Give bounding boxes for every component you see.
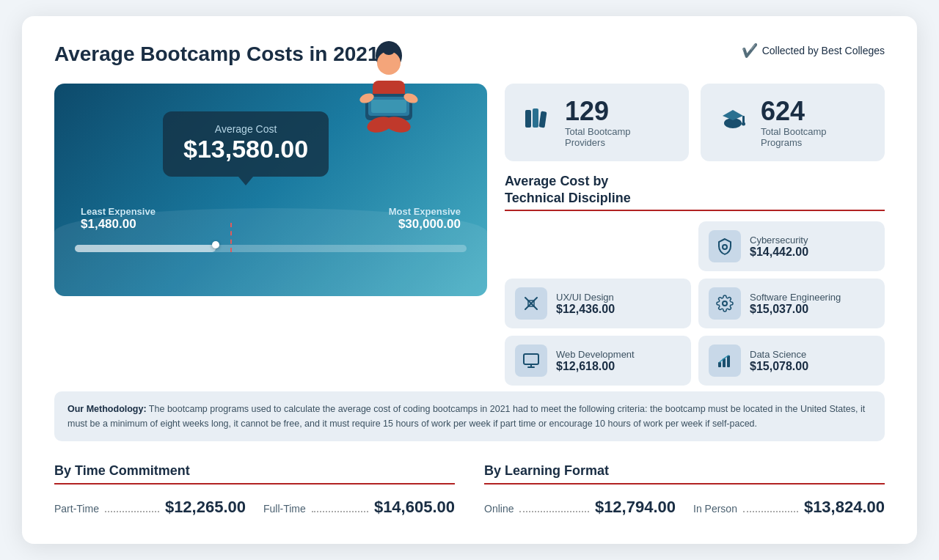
part-time-value: $12,265.00: [165, 498, 246, 517]
methodology-text: The bootcamp programs used to calculate …: [67, 404, 865, 429]
collected-by: ✔️ Collected by Best Colleges: [742, 43, 885, 59]
software-eng-info: Software Engineering $15,037.00: [750, 292, 841, 316]
monitor-icon: [515, 345, 547, 377]
uxui-cost: $12,436.00: [556, 303, 615, 316]
svg-rect-14: [539, 111, 547, 128]
cybersecurity-cost: $14,442.00: [750, 246, 808, 259]
main-title: Average Bootcamp Costs in 2021: [54, 43, 379, 66]
learning-format-title: By Learning Format: [484, 463, 885, 479]
learning-format-stats: Online $12,794.00 In Person $13,824.00: [484, 498, 885, 517]
software-eng-cost: $15,037.00: [750, 303, 841, 316]
hero-bottom: Least Expensive $1,480.00 Most Expensive…: [75, 206, 467, 232]
in-person-stat: In Person $13,824.00: [693, 498, 885, 517]
uxui-info: UX/UI Design $12,436.00: [556, 292, 615, 316]
full-time-stat: Full-Time $14,605.00: [263, 498, 455, 517]
providers-label: Total Bootcamp Providers: [565, 126, 673, 148]
full-time-value: $14,605.00: [374, 498, 455, 517]
header: Average Bootcamp Costs in 2021 ✔️ Collec…: [54, 43, 885, 66]
online-value: $12,794.00: [595, 498, 676, 517]
datascience-cost: $15,078.00: [750, 360, 808, 373]
time-commitment-title: By Time Commitment: [54, 463, 455, 479]
learning-format-col: By Learning Format Online $12,794.00 In …: [484, 463, 885, 517]
svg-point-3: [392, 45, 400, 53]
hero-slider: [75, 245, 467, 252]
datascience-name: Data Science: [750, 349, 808, 360]
time-commitment-stats: Part-Time $12,265.00 Full-Time $14,605.0…: [54, 498, 455, 517]
least-expensive-value: $1,480.00: [81, 217, 156, 232]
svg-rect-24: [524, 354, 538, 364]
right-col: 129 Total Bootcamp Providers: [505, 84, 885, 386]
svg-rect-12: [525, 110, 531, 128]
hero-slider-fill: [75, 245, 216, 252]
online-dots: [519, 511, 588, 512]
uxui-name: UX/UI Design: [556, 292, 615, 303]
part-time-dots: [105, 511, 159, 512]
svg-point-18: [742, 122, 745, 126]
methodology-box: Our Methodology: The bootcamp programs u…: [54, 391, 885, 441]
stat-cards-row: 129 Total Bootcamp Providers: [505, 84, 885, 161]
design-icon: [515, 287, 547, 320]
discipline-webdev: Web Development $12,618.00: [505, 336, 691, 386]
discipline-uxui: UX/UI Design $12,436.00: [505, 279, 691, 328]
avg-cost-box: Average Cost $13,580.00: [163, 111, 329, 177]
collected-by-label: Collected by Best Colleges: [762, 45, 885, 56]
graduation-icon: [717, 103, 749, 141]
hero-slider-dot: [212, 241, 219, 248]
most-expensive-stat: Most Expensive $30,000.00: [389, 206, 461, 232]
gear-icon: [709, 287, 741, 320]
discipline-datascience: Data Science $15,078.00: [698, 336, 885, 386]
svg-rect-29: [727, 355, 730, 367]
full-time-dots: [312, 511, 368, 512]
most-expensive-value: $30,000.00: [389, 217, 461, 232]
svg-rect-27: [718, 362, 721, 367]
programs-card: 624 Total Bootcamp Programs: [701, 84, 885, 161]
datascience-info: Data Science $15,078.00: [750, 349, 808, 373]
bottom-section: By Time Commitment Part-Time $12,265.00 …: [54, 463, 885, 517]
learning-format-divider: [484, 483, 885, 485]
programs-number: 624: [761, 97, 869, 126]
svg-rect-7: [371, 100, 406, 113]
discipline-cybersecurity: Cybersecurity $14,442.00: [698, 221, 885, 271]
discipline-grid: Cybersecurity $14,442.00: [505, 221, 885, 386]
software-eng-name: Software Engineering: [750, 292, 841, 303]
providers-number: 129: [565, 97, 673, 126]
person-illustration: [345, 40, 433, 135]
full-time-label: Full-Time: [263, 503, 306, 515]
webdev-cost: $12,618.00: [556, 360, 635, 373]
svg-point-23: [723, 301, 727, 306]
discipline-software-eng: Software Engineering $15,037.00: [698, 279, 885, 328]
methodology-label: Our Methodology:: [67, 404, 147, 414]
part-time-stat: Part-Time $12,265.00: [54, 498, 246, 517]
programs-label: Total Bootcamp Programs: [761, 126, 869, 148]
providers-info: 129 Total Bootcamp Providers: [565, 97, 673, 148]
webdev-name: Web Development: [556, 349, 635, 360]
svg-rect-13: [533, 108, 538, 128]
programs-info: 624 Total Bootcamp Programs: [761, 97, 869, 148]
online-stat: Online $12,794.00: [484, 498, 676, 517]
chart-icon: [709, 345, 741, 377]
part-time-label: Part-Time: [54, 503, 99, 515]
most-expensive-label: Most Expensive: [389, 206, 461, 217]
in-person-value: $13,824.00: [804, 498, 885, 517]
in-person-label: In Person: [693, 503, 737, 515]
time-commitment-col: By Time Commitment Part-Time $12,265.00 …: [54, 463, 455, 517]
discipline-divider: [505, 210, 885, 211]
least-expensive-stat: Least Expensive $1,480.00: [81, 206, 156, 232]
cybersecurity-info: Cybersecurity $14,442.00: [750, 235, 808, 259]
avg-cost-label: Average Cost: [183, 123, 308, 135]
webdev-info: Web Development $12,618.00: [556, 349, 635, 373]
books-icon: [521, 103, 553, 141]
discipline-header: Average Cost by Technical Discipline: [505, 173, 885, 207]
main-card: Average Bootcamp Costs in 2021 ✔️ Collec…: [22, 16, 917, 544]
top-row: Average Cost $13,580.00 Least Expensive …: [54, 84, 885, 386]
providers-card: 129 Total Bootcamp Providers: [505, 84, 689, 161]
verified-icon: ✔️: [742, 43, 758, 59]
least-expensive-label: Least Expensive: [81, 206, 156, 217]
avg-cost-value: $13,580.00: [183, 135, 308, 163]
svg-marker-16: [723, 110, 743, 120]
online-label: Online: [484, 503, 514, 515]
time-commitment-divider: [54, 483, 455, 485]
in-person-dots: [743, 511, 798, 512]
svg-point-19: [723, 245, 727, 249]
discipline-section: Average Cost by Technical Discipline: [505, 173, 885, 386]
